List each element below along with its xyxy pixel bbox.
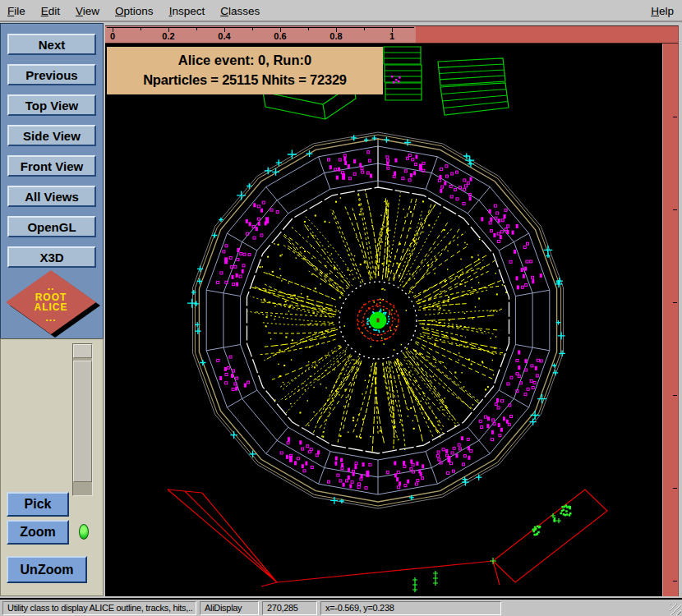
vruler-tick [673,209,677,210]
ruler-label-1: 1 [381,31,403,41]
status-cell-1: AliDisplay [200,601,259,615]
logo-line-2: ALICE [35,302,68,313]
sidebar: NextPreviousTop ViewSide ViewFront ViewA… [0,23,104,596]
canvas-vertical-ruler [662,44,679,596]
sidebar-lower-panel: Pick Zoom UnZoom [0,338,104,596]
pick-button[interactable]: Pick [7,492,69,517]
ruler-label-0.4: 0.4 [214,31,235,41]
menu-items: FileEditViewOptionsInspectClasses [7,0,260,17]
zoom-button[interactable]: Zoom [7,520,69,545]
event-info-stats: Nparticles = 25115 Nhits = 72329 [107,72,383,88]
scrollbar-track-top[interactable] [73,344,92,358]
nav-button-next[interactable]: Next [7,34,96,55]
ruler-minor-tick [196,28,197,30]
vruler-tick [673,488,677,489]
ruler-minor-tick [308,28,309,30]
menu-item-inspect[interactable]: Inspect [169,0,205,17]
alidisplay-window: { "menu": { "items": ["File", "Edit", "V… [0,0,682,616]
vruler-tick [673,395,677,396]
event-display-canvas[interactable] [105,44,662,596]
menu-bar: FileEditViewOptionsInspectClasses Help [0,0,682,22]
nav-button-front-view[interactable]: Front View [7,155,96,177]
event-info-box: Alice event: 0, Run:0 Nparticles = 25115… [107,47,383,94]
vruler-tick [673,117,677,117]
sidebar-nav-panel: NextPreviousTop ViewSide ViewFront ViewA… [0,23,104,338]
logo-line-3: ... [35,313,68,324]
menu-item-edit[interactable]: Edit [41,0,60,17]
ruler-minor-tick [252,28,253,30]
menu-item-help[interactable]: Help [651,0,674,17]
ruler-label-0.8: 0.8 [325,31,347,41]
logo-diamond: ..ROOTALICE... [6,270,96,334]
ruler-minor-tick [141,28,141,30]
vruler-tick [673,581,677,582]
status-bar: Utility class to display ALICE outline, … [0,598,682,616]
menu-item-classes[interactable]: Classes [220,0,260,17]
nav-button-top-view[interactable]: Top View [7,94,96,116]
root-alice-logo[interactable]: ..ROOTALICE... [2,269,104,339]
sidebar-scrollbar[interactable] [72,343,93,496]
ruler-baseline [107,27,414,28]
scrollbar-thumb[interactable] [73,361,92,482]
nav-button-all-views[interactable]: All Views [7,186,96,207]
vruler-tick [673,302,677,303]
nav-button-opengl[interactable]: OpenGL [7,216,96,237]
zoom-active-led [79,524,89,540]
ruler-minor-tick [364,28,365,30]
logo-text: ..ROOTALICE... [35,282,68,323]
nav-button-side-view[interactable]: Side View [7,125,96,146]
view-button-group: NextPreviousTop ViewSide ViewFront ViewA… [1,24,103,268]
event-info-title: Alice event: 0, Run:0 [107,53,383,68]
horizontal-ruler-scale: 00.20.40.60.81 [105,26,416,43]
nav-button-x3d[interactable]: X3D [7,246,96,268]
status-cell-0: Utility class to display ALICE outline, … [2,601,196,615]
nav-button-previous[interactable]: Previous [7,64,96,85]
logo-line-0: .. [35,282,68,292]
canvas-horizontal-ruler: 00.20.40.60.81 [105,25,679,44]
ruler-label-0: 0 [102,31,123,41]
ruler-label-0.2: 0.2 [158,31,179,41]
menu-item-options[interactable]: Options [115,0,154,17]
unzoom-button[interactable]: UnZoom [7,556,87,583]
menu-item-view[interactable]: View [76,0,99,17]
ruler-label-0.6: 0.6 [270,31,291,41]
status-cell-2: 270,285 [262,601,317,615]
menu-item-file[interactable]: File [7,0,25,17]
status-cell-3: x=-0.569, y=0.238 [320,601,501,615]
resize-grip[interactable] [670,604,681,615]
